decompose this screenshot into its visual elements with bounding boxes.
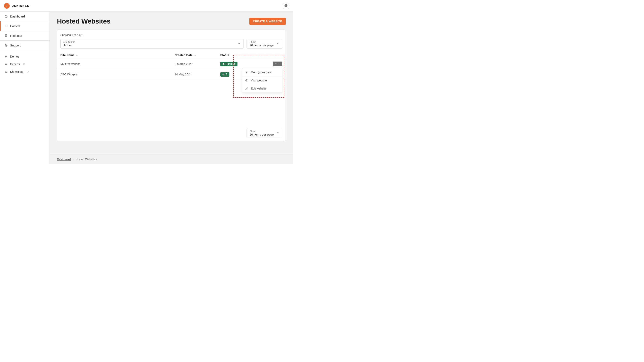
column-created-date[interactable]: Created Date ⇅ bbox=[172, 51, 217, 59]
row-actions-button[interactable]: ••• bbox=[273, 61, 282, 66]
showing-text: Showing 1 to 4 of 4 bbox=[60, 33, 282, 36]
select-value: 20 items per page bbox=[250, 43, 274, 47]
brand-name: USKINNED bbox=[12, 4, 30, 7]
breadcrumb-root[interactable]: Dashboard bbox=[57, 158, 71, 161]
eye-icon bbox=[245, 79, 248, 82]
svg-point-8 bbox=[6, 35, 6, 36]
menu-manage-website[interactable]: Manage website bbox=[242, 68, 282, 76]
svg-point-11 bbox=[6, 71, 7, 72]
app-header: USKINNED bbox=[0, 0, 293, 12]
logo-mark-icon bbox=[4, 3, 10, 9]
svg-rect-5 bbox=[5, 25, 7, 26]
gauge-icon bbox=[4, 15, 8, 18]
external-link-icon bbox=[23, 62, 25, 66]
sidebar-item-label: Demos bbox=[10, 55, 19, 58]
select-label: Site Status bbox=[64, 41, 75, 43]
svg-point-0 bbox=[6, 5, 7, 5]
page-size-select[interactable]: Show 20 items per page bbox=[246, 39, 282, 49]
certificate-icon bbox=[4, 34, 8, 37]
diamond-icon bbox=[4, 62, 8, 66]
menu-edit-website[interactable]: Edit website bbox=[242, 84, 282, 92]
sidebar: Dashboard Hosted Licenses bbox=[0, 12, 50, 164]
sidebar-item-label: Support bbox=[10, 44, 21, 47]
select-label: Show bbox=[250, 41, 274, 43]
select-label: Show bbox=[250, 130, 274, 133]
sidebar-item-hosted[interactable]: Hosted bbox=[0, 21, 50, 31]
page-title: Hosted Websites bbox=[57, 17, 110, 25]
svg-rect-1 bbox=[7, 5, 7, 7]
cell-site-name[interactable]: ABC Widgets bbox=[57, 69, 172, 80]
status-badge: R bbox=[220, 72, 230, 77]
status-badge: Running bbox=[220, 62, 238, 66]
sidebar-item-label: Licenses bbox=[10, 34, 22, 37]
table-row: My first website 2 March 2023 Running bbox=[57, 59, 286, 69]
chevron-down-icon bbox=[276, 131, 279, 135]
cell-site-name[interactable]: My first website bbox=[57, 59, 172, 69]
sidebar-item-experts[interactable]: Experts bbox=[0, 60, 50, 68]
account-button[interactable] bbox=[283, 3, 289, 9]
sort-icon: ⇅ bbox=[194, 54, 196, 56]
chevron-down-icon bbox=[276, 42, 279, 46]
sidebar-item-label: Showcase bbox=[10, 70, 24, 73]
select-value: Active bbox=[64, 43, 75, 47]
page-size-select-bottom[interactable]: Show 20 items per page bbox=[246, 128, 282, 138]
server-icon bbox=[4, 24, 8, 28]
svg-point-3 bbox=[286, 5, 286, 6]
cell-created-date: 2 March 2023 bbox=[172, 59, 217, 69]
svg-rect-6 bbox=[5, 26, 7, 27]
sidebar-item-label: Dashboard bbox=[10, 15, 25, 18]
breadcrumb: Dashboard › Hosted Websites bbox=[50, 154, 293, 164]
sidebar-item-support[interactable]: Support bbox=[0, 41, 50, 50]
award-icon bbox=[4, 70, 8, 73]
row-actions-menu: Manage website Visit website Edit websi bbox=[242, 68, 282, 93]
column-status: Status bbox=[217, 51, 258, 59]
bolt-icon bbox=[4, 55, 8, 58]
menu-visit-website[interactable]: Visit website bbox=[242, 76, 282, 84]
pencil-icon bbox=[245, 87, 248, 90]
brand-logo[interactable]: USKINNED bbox=[4, 3, 30, 9]
sidebar-item-label: Experts bbox=[10, 62, 20, 66]
column-site-name[interactable]: Site Name ⇅ bbox=[57, 51, 172, 59]
svg-point-10 bbox=[6, 45, 7, 46]
sidebar-item-dashboard[interactable]: Dashboard bbox=[0, 12, 50, 21]
svg-point-15 bbox=[246, 80, 247, 81]
user-circle-icon bbox=[284, 4, 288, 8]
create-website-button[interactable]: CREATE A WEBSITE bbox=[249, 18, 286, 25]
dots-icon: ••• bbox=[275, 62, 277, 65]
sort-icon: ⇅ bbox=[76, 54, 78, 56]
site-status-select[interactable]: Site Status Active bbox=[60, 39, 244, 49]
caret-down-icon bbox=[278, 63, 280, 65]
select-value: 20 items per page bbox=[250, 133, 274, 136]
chevron-down-icon bbox=[238, 42, 241, 46]
sidebar-item-demos[interactable]: Demos bbox=[0, 53, 50, 60]
external-link-icon bbox=[27, 70, 29, 73]
svg-point-14 bbox=[246, 72, 247, 73]
cell-created-date: 14 May 2024 bbox=[172, 69, 217, 80]
main-area: Hosted Websites CREATE A WEBSITE Showing… bbox=[50, 12, 293, 164]
gear-icon bbox=[245, 71, 248, 74]
sidebar-item-label: Hosted bbox=[10, 24, 20, 28]
check-circle-icon bbox=[222, 63, 225, 65]
chevron-right-icon: › bbox=[73, 158, 74, 160]
websites-card: Showing 1 to 4 of 4 Site Status Active bbox=[57, 29, 286, 141]
breadcrumb-current: Hosted Websites bbox=[76, 158, 97, 161]
sidebar-item-licenses[interactable]: Licenses bbox=[0, 31, 50, 40]
sidebar-item-showcase[interactable]: Showcase bbox=[0, 68, 50, 76]
lifebuoy-icon bbox=[4, 44, 8, 47]
check-circle-icon bbox=[222, 73, 225, 76]
